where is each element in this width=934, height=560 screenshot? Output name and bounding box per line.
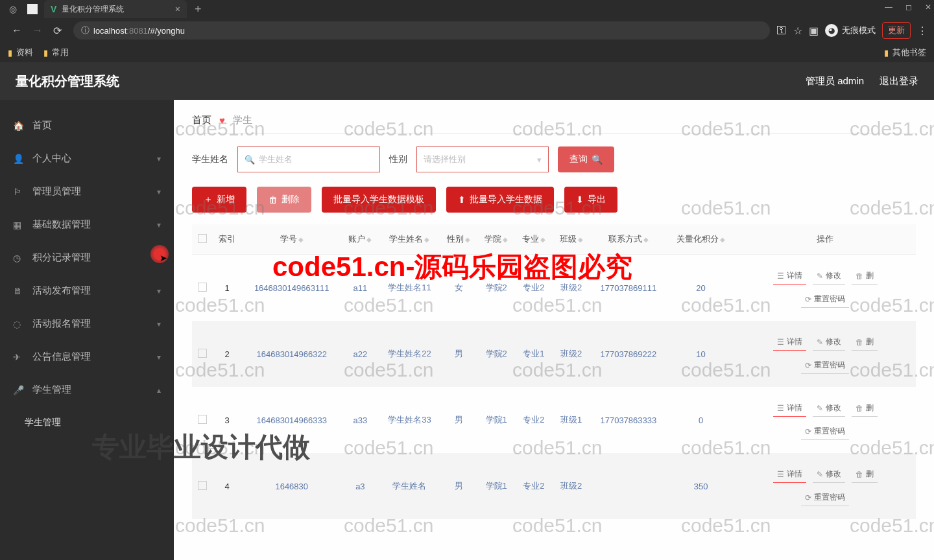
detail-button[interactable]: ☰详情 xyxy=(773,268,806,285)
logout-button[interactable]: 退出登录 xyxy=(880,75,918,88)
window-min[interactable]: — xyxy=(885,3,892,12)
sidebar-item-activity-pub[interactable]: 🗎活动发布管理▾ xyxy=(0,274,174,307)
cursor-highlight xyxy=(150,245,169,263)
cell-major: 专业2 xyxy=(515,453,553,519)
bookmark-item[interactable]: ▮资料 xyxy=(8,47,33,58)
delete-button[interactable]: 🗑删 xyxy=(852,334,878,351)
sidebar-item-activity-enroll[interactable]: ◌活动报名管理▾ xyxy=(0,307,174,340)
reload-button[interactable]: ⟳ xyxy=(53,25,62,37)
student-name-input[interactable]: 🔍 学生姓名 xyxy=(237,146,380,172)
search-icon: 🔍 xyxy=(245,155,255,165)
cell-major: 专业2 xyxy=(515,387,553,453)
sidebar-item-admin[interactable]: 🏳管理员管理▾ xyxy=(0,175,174,208)
col-phone[interactable]: 联系方式◆ xyxy=(590,224,667,255)
import-button[interactable]: ⬆批量导入学生数据 xyxy=(446,187,554,213)
detail-button[interactable]: ☰详情 xyxy=(773,334,806,351)
gender-select[interactable]: 请选择性别 ▾ xyxy=(416,146,549,172)
bookmark-item[interactable]: ▮常用 xyxy=(43,47,69,58)
sidebar-item-home[interactable]: 🏠首页 xyxy=(0,109,174,142)
window-close[interactable]: ✕ xyxy=(925,3,931,12)
col-class[interactable]: 班级◆ xyxy=(553,224,590,255)
reset-password-button[interactable]: ⟳重置密码 xyxy=(801,489,849,506)
list-icon: ☰ xyxy=(777,338,784,347)
bookmark-label: 常用 xyxy=(52,47,69,58)
row-checkbox[interactable] xyxy=(198,415,207,424)
forward-button[interactable]: → xyxy=(32,25,43,36)
tab-title: 量化积分管理系统 xyxy=(62,4,124,15)
col-index: 索引 xyxy=(212,224,242,255)
reset-password-button[interactable]: ⟳重置密码 xyxy=(801,357,849,374)
user-icon: 👤 xyxy=(13,154,26,164)
global-icon: ◎ xyxy=(6,3,19,16)
sidebar-item-student[interactable]: 🎤学生管理▴ xyxy=(0,373,174,406)
app-header: 量化积分管理系统 管理员 admin 退出登录 xyxy=(0,62,934,100)
menu-icon[interactable]: ⋮ xyxy=(917,25,928,37)
flag-icon: 🏳 xyxy=(13,187,26,197)
delete-label: 删除 xyxy=(281,194,300,205)
cell-index: 1 xyxy=(212,255,242,321)
select-all-checkbox[interactable] xyxy=(198,234,207,243)
cell-college: 学院2 xyxy=(477,321,515,387)
col-gender[interactable]: 性别◆ xyxy=(440,224,478,255)
plus-icon: ＋ xyxy=(204,194,213,205)
col-college[interactable]: 学院◆ xyxy=(477,224,515,255)
extensions-icon[interactable]: ▣ xyxy=(809,25,819,37)
sidebar-item-notice[interactable]: ✈公告信息管理▾ xyxy=(0,340,174,373)
input-placeholder: 学生姓名 xyxy=(259,154,293,165)
sidebar-subitem-student[interactable]: 学生管理 xyxy=(0,406,174,439)
cell-class: 班级2 xyxy=(553,255,590,321)
edit-button[interactable]: ✎修改 xyxy=(813,400,845,417)
key-icon[interactable]: ⚿ xyxy=(776,25,787,36)
detail-button[interactable]: ☰详情 xyxy=(773,466,806,483)
chevron-down-icon: ▾ xyxy=(157,286,161,296)
close-icon[interactable]: × xyxy=(175,4,180,14)
url-bar[interactable]: ⓘ localhost:8081/#/yonghu xyxy=(73,21,770,40)
window-max[interactable]: ◻ xyxy=(905,3,912,12)
edit-icon: ✎ xyxy=(817,272,823,281)
sidebar-item-points[interactable]: ◷积分记录管理▾ xyxy=(0,241,174,274)
update-button[interactable]: 更新 xyxy=(882,22,911,39)
edit-button[interactable]: ✎修改 xyxy=(813,334,845,351)
trash-icon: 🗑 xyxy=(856,404,863,413)
query-button[interactable]: 查询 🔍 xyxy=(558,146,614,172)
col-points[interactable]: 关量化积分◆ xyxy=(667,224,735,255)
table-row: 11646830149663111a11学生姓名11女学院2专业2班级21770… xyxy=(192,255,916,321)
cell-sid: 164683014966322 xyxy=(242,321,342,387)
reset-password-button[interactable]: ⟳重置密码 xyxy=(801,423,849,440)
cell-gender: 女 xyxy=(440,255,478,321)
user-label: 管理员 admin xyxy=(806,75,864,88)
add-button[interactable]: ＋新增 xyxy=(192,187,246,213)
col-account[interactable]: 账户◆ xyxy=(342,224,379,255)
row-checkbox[interactable] xyxy=(198,283,207,292)
new-tab-button[interactable]: + xyxy=(195,3,202,16)
col-sid[interactable]: 学号◆ xyxy=(242,224,342,255)
export-button[interactable]: ⬇导出 xyxy=(564,187,617,213)
cell-gender: 男 xyxy=(440,321,478,387)
export-label: 导出 xyxy=(588,194,606,205)
cell-name: 学生姓名22 xyxy=(379,321,440,387)
star-icon[interactable]: ☆ xyxy=(793,25,802,37)
col-major[interactable]: 专业◆ xyxy=(515,224,553,255)
cell-phone xyxy=(590,453,667,519)
cell-college: 学院2 xyxy=(477,255,515,321)
delete-button[interactable]: 🗑删 xyxy=(852,466,878,483)
reset-password-button[interactable]: ⟳重置密码 xyxy=(801,291,849,308)
browser-tab[interactable]: V 量化积分管理系统 × xyxy=(44,0,187,18)
sidebar-item-label: 活动报名管理 xyxy=(32,318,91,330)
sidebar-item-basedata[interactable]: ▦基础数据管理▾ xyxy=(0,208,174,241)
edit-button[interactable]: ✎修改 xyxy=(813,268,845,285)
detail-button[interactable]: ☰详情 xyxy=(773,400,806,417)
delete-button[interactable]: 🗑删 xyxy=(852,400,878,417)
sidebar-item-personal[interactable]: 👤个人中心▾ xyxy=(0,142,174,175)
row-checkbox[interactable] xyxy=(198,349,207,358)
col-name[interactable]: 学生姓名◆ xyxy=(379,224,440,255)
row-checkbox[interactable] xyxy=(198,481,207,490)
delete-button[interactable]: 🗑删 xyxy=(852,268,878,285)
back-button[interactable]: ← xyxy=(12,25,22,36)
other-bookmarks[interactable]: ▮其他书签 xyxy=(884,47,926,58)
breadcrumb-home[interactable]: 首页 xyxy=(192,114,211,126)
list-icon: ☰ xyxy=(777,470,784,479)
edit-button[interactable]: ✎修改 xyxy=(813,466,845,483)
template-button[interactable]: 批量导入学生数据模板 xyxy=(322,187,436,213)
delete-button[interactable]: 🗑删除 xyxy=(257,187,311,213)
